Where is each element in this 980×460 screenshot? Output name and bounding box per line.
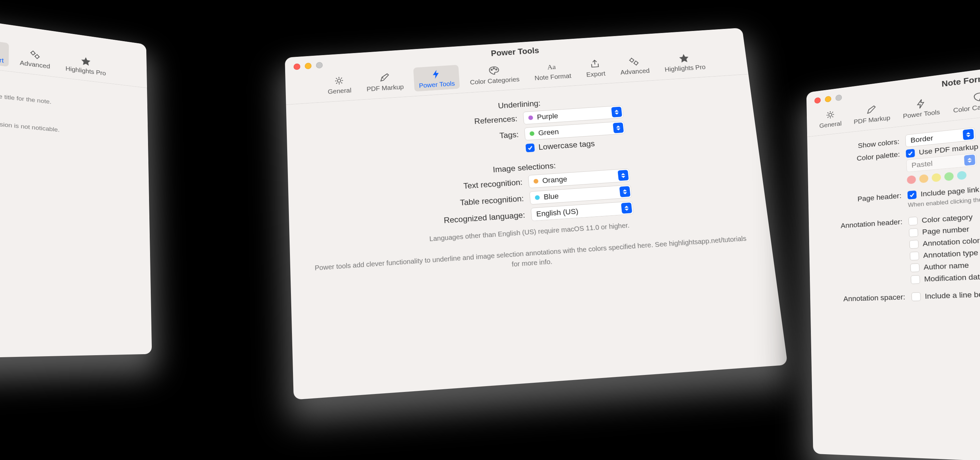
color-dot-icon [535, 195, 540, 200]
checkbox-label: Lowercase tags [538, 139, 595, 152]
gear-icon [332, 75, 346, 86]
author-name-checkbox[interactable] [910, 263, 920, 272]
svg-text:Aa: Aa [547, 63, 556, 71]
tab-label: PDF Markup [854, 114, 891, 126]
checkbox-label: Annotation color [923, 236, 980, 248]
select-value: English (US) [536, 207, 579, 219]
bolt-icon [430, 68, 443, 80]
chevron-up-down-icon[interactable] [613, 123, 624, 134]
include-page-link-checkbox[interactable] [907, 191, 917, 199]
tab-general[interactable]: General [815, 105, 846, 132]
tags-label: Tags: [418, 130, 519, 146]
color-category-checkbox[interactable] [908, 217, 918, 226]
tab-power-tools[interactable]: Power Tools [898, 93, 945, 122]
select-value: Pastel [911, 159, 933, 170]
tab-label: Color Categories [469, 76, 520, 86]
tab-pdf-markup[interactable]: PDF Markup [849, 99, 895, 127]
preferences-window-power-tools: Power Tools General PDF Markup Power Too… [285, 28, 788, 400]
tab-label: Highlights Pro [664, 63, 706, 73]
tags-select[interactable]: Green [524, 121, 625, 140]
tab-label: Export [0, 55, 4, 65]
recognized-language-select[interactable]: English (US) [531, 201, 634, 221]
star-icon [79, 55, 92, 67]
tab-label: Highlights Pro [66, 65, 106, 77]
svg-point-8 [495, 69, 497, 70]
tab-label: Export [586, 70, 606, 79]
select-value: Border [910, 134, 933, 145]
select-value: Blue [543, 192, 559, 201]
color-dot-icon [533, 179, 539, 184]
tab-label: PDF Markup [366, 83, 404, 93]
use-pdf-markup-checkbox[interactable] [906, 149, 915, 158]
spacer [419, 149, 520, 156]
tab-advanced[interactable]: Advanced [15, 44, 55, 72]
lowercase-tags-checkbox[interactable] [525, 143, 535, 152]
checkbox-label: Annotation type [923, 248, 978, 259]
swatch-icon [932, 173, 941, 182]
svg-point-6 [491, 69, 492, 70]
annotation-header-label: Annotation header: [817, 218, 902, 232]
modification-date-checkbox[interactable] [911, 275, 920, 284]
tab-label: Power Tools [419, 80, 455, 89]
checkbox-label: Modification date [924, 272, 980, 284]
annotation-color-checkbox[interactable] [909, 240, 918, 249]
svg-point-7 [493, 68, 495, 69]
swatch-icon [919, 174, 928, 183]
page-header-label: Page header: [816, 191, 901, 206]
text-recognition-select[interactable]: Orange [528, 169, 630, 188]
include-line-checkbox[interactable] [911, 292, 921, 301]
chevron-up-down-icon[interactable] [617, 170, 629, 181]
tab-label: General [328, 87, 352, 96]
annotation-type-checkbox[interactable] [910, 252, 920, 261]
svg-point-12 [829, 113, 832, 117]
preferences-window-note-format: Note Format General PDF Markup Power Too… [807, 47, 980, 460]
chevron-up-down-icon[interactable] [963, 129, 974, 140]
svg-point-10 [630, 59, 634, 62]
tab-pdf-markup[interactable]: PDF Markup [361, 68, 409, 95]
tab-power-tools[interactable]: Power Tools [414, 65, 460, 92]
export-icon [0, 43, 1, 56]
select-value: Green [538, 127, 559, 137]
chevron-up-down-icon[interactable] [621, 202, 632, 214]
tab-export[interactable]: Export [0, 39, 9, 67]
content: Underlining: References: Purple Tags: Gr… [286, 74, 775, 298]
svg-point-4 [35, 55, 39, 58]
text-recognition-label: Text recognition: [421, 178, 523, 194]
swatch-icon [907, 175, 916, 184]
page-number-checkbox[interactable] [909, 228, 918, 237]
pencil-icon [865, 104, 878, 116]
checkbox-label: Include a line between [924, 290, 980, 301]
recognized-language-label: Recognized language: [423, 210, 525, 227]
tab-export[interactable]: Export [580, 55, 611, 81]
tab-note-format[interactable]: AaNote Format [528, 57, 576, 84]
svg-point-5 [337, 79, 341, 82]
color-dot-icon [528, 115, 533, 120]
tab-label: Power Tools [903, 108, 940, 120]
tab-general[interactable]: General [323, 72, 356, 98]
palette-icon [972, 90, 980, 103]
tab-highlights-pro[interactable]: Highlights Pro [658, 48, 711, 75]
bolt-icon [914, 98, 928, 110]
swatch-icon [957, 171, 967, 180]
star-icon [677, 52, 691, 64]
color-dot-icon [530, 131, 535, 136]
chevron-up-down-icon[interactable] [611, 107, 622, 118]
tab-color-categories[interactable]: Color Categories [464, 60, 525, 88]
preferences-window-export: Export Color Categories Note Format Expo… [0, 0, 152, 362]
color-swatches [907, 170, 980, 185]
chevron-up-down-icon[interactable] [619, 186, 630, 197]
export-icon [588, 58, 602, 70]
table-recognition-select[interactable]: Blue [530, 185, 632, 205]
chevron-up-down-icon[interactable] [964, 154, 975, 166]
checkbox-label: Author name [924, 261, 969, 272]
tab-highlights-pro[interactable]: Highlights Pro [61, 50, 111, 79]
gears-icon [28, 48, 42, 60]
palette-icon [487, 65, 501, 76]
tab-advanced[interactable]: Advanced [614, 52, 655, 78]
swatch-icon [944, 172, 954, 181]
tab-label: Note Format [534, 72, 571, 82]
references-select[interactable]: Purple [523, 105, 624, 124]
annotation-spacer-label: Annotation spacer: [818, 293, 905, 304]
references-label: References: [417, 114, 517, 130]
table-recognition-label: Table recognition: [422, 194, 524, 210]
